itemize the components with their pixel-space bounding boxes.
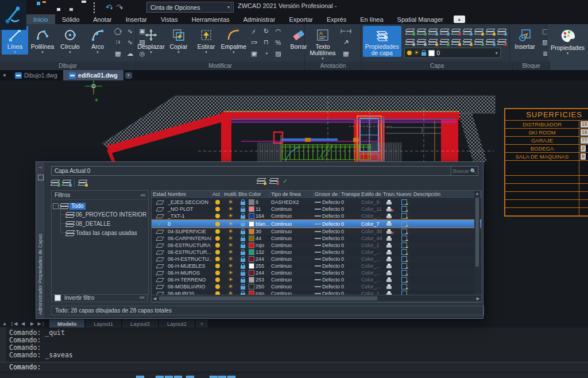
col-header-4[interactable]: Bloq bbox=[237, 191, 247, 198]
bulb-on-icon[interactable] bbox=[215, 200, 220, 205]
layer-row-06-H-ESTRUCTU-[interactable]: 06-H-ESTRUCTU...☀244ContinuoDefecto0Colo… bbox=[152, 256, 481, 263]
layer-color-cell[interactable]: 8 bbox=[247, 199, 270, 206]
layer-lock-cell[interactable] bbox=[237, 263, 247, 269]
layer-lock-cell[interactable] bbox=[237, 256, 247, 263]
layer-freeze-cell[interactable]: ☀ bbox=[223, 221, 237, 227]
collapse-invert-icon[interactable]: << bbox=[139, 295, 144, 300]
layer-lineweight-cell[interactable]: Defecto bbox=[314, 213, 340, 219]
layer-plot-cell[interactable] bbox=[382, 256, 395, 263]
new-vp-freeze-icon[interactable] bbox=[401, 229, 407, 234]
bulb-on-icon[interactable] bbox=[215, 229, 220, 234]
color-swatch[interactable] bbox=[249, 236, 254, 241]
plot-icon[interactable] bbox=[386, 252, 392, 254]
color-swatch[interactable] bbox=[249, 263, 254, 269]
unlock-icon[interactable] bbox=[241, 252, 245, 255]
layer-color-cell[interactable]: 132 bbox=[247, 249, 270, 256]
color-swatch[interactable] bbox=[249, 242, 254, 248]
mtext-button[interactable]: A Texto Multilínea ▾ bbox=[307, 26, 339, 61]
plot-icon[interactable] bbox=[386, 215, 392, 218]
layer-freeze-cell[interactable]: ☀ bbox=[223, 235, 237, 242]
new-layer-filter-icon[interactable] bbox=[51, 180, 59, 186]
unlock-icon[interactable] bbox=[241, 259, 245, 262]
scrollbar-thumb[interactable] bbox=[475, 198, 479, 267]
plot-icon[interactable] bbox=[386, 279, 392, 282]
layer-color-cell[interactable]: 44 bbox=[247, 235, 270, 242]
move-button[interactable]: Desplazar ▾ bbox=[138, 26, 164, 55]
status-toggle-3[interactable] bbox=[165, 376, 173, 378]
layer-freeze-cell[interactable]: ☀ bbox=[223, 283, 237, 290]
layer-lineweight-cell[interactable]: Defecto bbox=[314, 228, 340, 235]
fillet-button[interactable]: Empalme ▾ bbox=[220, 26, 247, 55]
unlock-icon[interactable] bbox=[241, 245, 245, 248]
layer-on-cell[interactable] bbox=[211, 235, 223, 242]
layer-transparency-cell[interactable]: 0 bbox=[340, 249, 360, 256]
layer-description-cell[interactable] bbox=[412, 276, 481, 283]
polyline-button[interactable]: Polilínea ▾ bbox=[29, 26, 56, 55]
layer-tool-icon-10[interactable] bbox=[404, 37, 415, 47]
status-toggle-4[interactable] bbox=[174, 376, 182, 378]
color-swatch[interactable] bbox=[249, 256, 254, 262]
color-swatch[interactable] bbox=[249, 229, 254, 234]
layer-on-cell[interactable] bbox=[211, 269, 223, 276]
layer-color-cell[interactable]: 253 bbox=[247, 276, 270, 283]
layer-freeze-cell[interactable]: ☀ bbox=[223, 228, 237, 235]
sun-thaw-icon[interactable]: ☀ bbox=[228, 199, 233, 205]
layer-plot-cell[interactable] bbox=[382, 249, 395, 256]
leader-icon[interactable]: ↗▾ bbox=[341, 37, 351, 47]
tree-collapse-icon[interactable]: - bbox=[53, 203, 59, 209]
plot-icon[interactable] bbox=[386, 259, 392, 261]
layer-on-cell[interactable] bbox=[211, 206, 223, 213]
hatch-icon[interactable]: ▦▾ bbox=[113, 49, 123, 59]
layer-row-06-ESTRUCTURA[interactable]: 06-ESTRUCTURA☀rojoContinuoDefecto0Color_… bbox=[152, 242, 481, 249]
filter-tree-root[interactable]: - Todo bbox=[53, 202, 147, 210]
new-file-icon[interactable] bbox=[30, 3, 39, 11]
filter-item-08_detalle[interactable]: 08_DETALLE bbox=[60, 219, 147, 228]
plot-icon[interactable] bbox=[386, 272, 392, 275]
unlock-icon[interactable] bbox=[241, 209, 245, 212]
layer-description-cell[interactable] bbox=[412, 269, 481, 276]
arc-button[interactable]: Arco ▾ bbox=[84, 26, 111, 55]
layer-transparency-cell[interactable]: 0 bbox=[340, 263, 360, 269]
rotate-icon[interactable]: ↻ bbox=[261, 26, 272, 36]
layer-description-cell[interactable] bbox=[412, 283, 481, 290]
layer-on-cell[interactable] bbox=[211, 199, 223, 206]
layer-linetype-cell[interactable]: Continuo bbox=[270, 206, 314, 213]
unlock-icon[interactable] bbox=[241, 279, 245, 283]
color-swatch[interactable] bbox=[249, 277, 254, 283]
layer-lineweight-cell[interactable]: Defecto bbox=[314, 249, 340, 256]
col-header-9[interactable]: Estilo de bbox=[360, 191, 382, 198]
sun-thaw-icon[interactable]: ☀ bbox=[228, 249, 233, 255]
new-vp-freeze-icon[interactable] bbox=[401, 270, 407, 276]
ribbon-tab-inicio[interactable]: Inicio bbox=[26, 14, 55, 24]
layer-freeze-cell[interactable]: ☀ bbox=[223, 269, 237, 276]
new-vp-freeze-icon[interactable] bbox=[401, 242, 407, 248]
layer-tool-icon-17[interactable] bbox=[485, 37, 496, 47]
mirror-icon[interactable]: ⊓ bbox=[261, 37, 272, 47]
collapse-filters-icon[interactable]: << bbox=[140, 192, 145, 198]
color-swatch[interactable] bbox=[249, 284, 254, 290]
set-current-icon[interactable]: ✓ bbox=[283, 178, 288, 185]
sun-thaw-icon[interactable]: ☀ bbox=[228, 242, 233, 248]
layer-tool-icon-18[interactable] bbox=[496, 37, 507, 47]
layer-description-cell[interactable] bbox=[412, 199, 481, 206]
layer-lineweight-cell[interactable]: Defecto bbox=[314, 263, 340, 269]
layer-freeze-cell[interactable]: ☀ bbox=[223, 263, 237, 269]
ribbon-tab-spatial-manager[interactable]: Spatial Manager bbox=[390, 14, 450, 24]
plot-icon[interactable] bbox=[386, 245, 392, 248]
layer-description-cell[interactable] bbox=[412, 256, 481, 263]
layer-transparency-cell[interactable]: 0 bbox=[340, 235, 360, 242]
layer-tool-icon-12[interactable] bbox=[427, 37, 438, 47]
point-icon[interactable]: ∷▾ bbox=[113, 37, 123, 47]
layer-description-cell[interactable] bbox=[412, 221, 481, 227]
layer-freeze-cell[interactable]: ☀ bbox=[223, 276, 237, 283]
plot-icon[interactable] bbox=[386, 265, 392, 268]
layer-transparency-cell[interactable]: 0 bbox=[340, 269, 360, 276]
layer-plot-cell[interactable] bbox=[382, 263, 395, 269]
layer-tool-icon-2[interactable] bbox=[416, 26, 427, 36]
layer-row-06-MOBILIARIO[interactable]: 06-MOBILIARIO☀250ContinuoDefecto0Color_.… bbox=[152, 283, 481, 290]
tab-menu-icon[interactable]: ▲ bbox=[0, 319, 9, 327]
layer-lineweight-cell[interactable]: Defecto bbox=[314, 206, 340, 213]
layer-plot-cell[interactable] bbox=[382, 228, 395, 235]
command-line-panel[interactable]: Comando: _quitComando:Comando:Comando: _… bbox=[0, 327, 588, 374]
layer-lock-cell[interactable] bbox=[237, 242, 247, 249]
